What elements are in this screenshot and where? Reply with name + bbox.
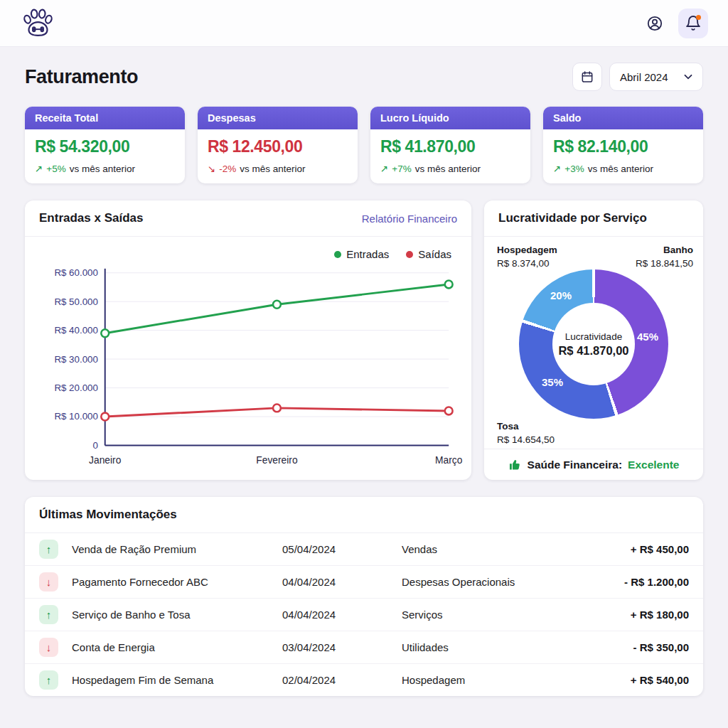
segment-value: R$ 18.841,50 [636, 258, 693, 269]
segment-value: R$ 8.374,00 [497, 258, 550, 269]
svg-text:Janeiro: Janeiro [89, 454, 122, 466]
kpi-label: Receita Total [35, 112, 98, 124]
line-chart: R$ 60.000R$ 50.000R$ 40.000R$ 30.000R$ 2… [38, 260, 459, 471]
health-value: Excelente [628, 459, 679, 471]
financial-report-link[interactable]: Relatório Financeiro [362, 213, 457, 225]
transaction-amount: + R$ 180,00 [581, 609, 689, 621]
trend-down-icon: ↘ [208, 163, 215, 174]
chevron-down-icon [684, 74, 692, 80]
segment-name: Banho [636, 244, 693, 257]
trend-suffix: vs mês anterior [588, 164, 653, 174]
calendar-icon [580, 70, 594, 84]
transaction-date: 04/04/2024 [282, 609, 402, 621]
arrow-up-icon: ↑ [39, 670, 58, 690]
kpi-trend: ↘ -2% vs mês anterior [208, 163, 348, 174]
period-dropdown[interactable]: Abril 2024 [609, 63, 703, 91]
kpi-header: Lucro Líquido [370, 107, 530, 129]
kpi-trend: ↗ +7% vs mês anterior [380, 163, 520, 174]
donut-chart-area: Hospedagem R$ 8.374,00 Banho R$ 18.841,5… [484, 237, 703, 449]
kpi-row: Receita Total R$ 54.320,00 ↗ +5% vs mês … [25, 107, 703, 183]
donut-center-label: Lucratividade [565, 331, 622, 342]
transaction-description: Pagamento Fornecedor ABC [72, 576, 282, 588]
topbar-actions [640, 9, 708, 38]
arrow-down-icon: ↓ [39, 638, 58, 657]
segment-value: R$ 14.654,50 [497, 434, 555, 445]
account-button[interactable] [640, 9, 670, 38]
transaction-amount: - R$ 350,00 [581, 641, 689, 653]
donut-chart-card: Lucratividade por Serviço Hospedagem R$ … [484, 200, 703, 480]
kpi-label: Despesas [208, 112, 256, 124]
donut-center: Lucratividade R$ 41.870,00 [519, 269, 668, 419]
financial-health: Saúde Financeira: Excelente [484, 449, 703, 480]
segment-name: Tosa [497, 420, 555, 434]
page-title: Faturamento [25, 66, 138, 88]
donut-label-banho: Banho R$ 18.841,50 [636, 244, 693, 271]
transaction-date: 02/04/2024 [282, 674, 402, 686]
top-bar [0, 0, 728, 47]
line-chart-card: Entradas x Saídas Relatório Financeiro E… [25, 200, 471, 480]
transaction-date: 03/04/2024 [282, 641, 402, 653]
trend-up-icon: ↗ [380, 163, 388, 174]
transaction-row[interactable]: ↓ Pagamento Fornecedor ABC 04/04/2024 De… [25, 565, 703, 598]
notifications-button[interactable] [678, 9, 708, 38]
kpi-card-lucro-liquido: Lucro Líquido R$ 41.870,00 ↗ +7% vs mês … [370, 107, 530, 183]
transaction-category: Vendas [402, 543, 581, 555]
transaction-amount: + R$ 540,00 [581, 674, 689, 686]
transaction-category: Hospedagem [402, 674, 581, 686]
kpi-card-saldo: Saldo R$ 82.140,00 ↗ +3% vs mês anterior [543, 107, 703, 183]
notification-dot [696, 15, 701, 20]
kpi-header: Saldo [543, 107, 703, 129]
transactions-title: Últimas Movimentações [39, 508, 177, 522]
line-chart-title: Entradas x Saídas [39, 211, 143, 225]
trend-suffix: vs mês anterior [240, 164, 305, 174]
svg-text:Fevereiro: Fevereiro [256, 454, 298, 466]
kpi-label: Lucro Líquido [380, 112, 449, 124]
svg-text:R$ 10.000: R$ 10.000 [54, 411, 97, 422]
kpi-card-despesas: Despesas R$ 12.450,00 ↘ -2% vs mês anter… [198, 107, 358, 183]
segment-name: Hospedagem [497, 244, 557, 257]
transaction-row[interactable]: ↓ Conta de Energia 03/04/2024 Utilidades… [25, 631, 703, 663]
main-content: Faturamento Abril 2024 Receita Total [0, 47, 728, 714]
page-header: Faturamento Abril 2024 [25, 63, 703, 91]
arrow-down-icon: ↓ [39, 572, 58, 592]
svg-text:R$ 20.000: R$ 20.000 [54, 382, 97, 393]
transaction-date: 04/04/2024 [282, 576, 402, 588]
svg-text:0: 0 [92, 440, 97, 451]
trend-percent: -2% [219, 164, 236, 174]
legend-dot-red [406, 251, 413, 258]
kpi-trend: ↗ +3% vs mês anterior [553, 163, 693, 174]
legend-label: Saídas [418, 248, 451, 260]
legend-entradas: Entradas [334, 248, 389, 260]
transaction-row[interactable]: ↑ Serviço de Banho e Tosa 04/04/2024 Ser… [25, 598, 703, 631]
transaction-description: Serviço de Banho e Tosa [72, 609, 282, 621]
kpi-value: R$ 41.870,00 [380, 137, 520, 156]
transaction-amount: - R$ 1.200,00 [581, 576, 689, 588]
svg-text:R$ 40.000: R$ 40.000 [54, 325, 97, 336]
transaction-description: Venda de Ração Premium [72, 543, 282, 555]
kpi-value: R$ 12.450,00 [208, 137, 348, 156]
health-label: Saúde Financeira: [528, 459, 623, 471]
kpi-label: Saldo [553, 112, 581, 124]
transactions-list: ↑ Venda de Ração Premium 05/04/2024 Vend… [25, 533, 703, 696]
charts-row: Entradas x Saídas Relatório Financeiro E… [25, 200, 703, 480]
donut-chart-title: Lucratividade por Serviço [498, 211, 647, 225]
transaction-row[interactable]: ↑ Hospedagem Fim de Semana 02/04/2024 Ho… [25, 663, 703, 696]
kpi-trend: ↗ +5% vs mês anterior [35, 163, 175, 174]
transaction-description: Conta de Energia [72, 641, 282, 653]
transaction-category: Serviços [402, 609, 581, 621]
chart-legend: Entradas Saídas [38, 242, 459, 260]
period-value: Abril 2024 [620, 71, 668, 83]
transaction-date: 05/04/2024 [282, 543, 402, 555]
thumbs-up-icon [508, 458, 522, 471]
legend-label: Entradas [346, 248, 389, 260]
kpi-value: R$ 54.320,00 [35, 137, 175, 156]
trend-suffix: vs mês anterior [415, 164, 481, 174]
transaction-row[interactable]: ↑ Venda de Ração Premium 05/04/2024 Vend… [25, 533, 703, 565]
svg-text:R$ 50.000: R$ 50.000 [54, 296, 97, 307]
transaction-category: Utilidades [402, 641, 581, 653]
paw-logo[interactable] [20, 6, 55, 41]
svg-text:R$ 30.000: R$ 30.000 [54, 354, 97, 365]
account-icon [646, 15, 663, 32]
trend-up-icon: ↗ [553, 163, 561, 174]
calendar-button[interactable] [572, 63, 602, 91]
